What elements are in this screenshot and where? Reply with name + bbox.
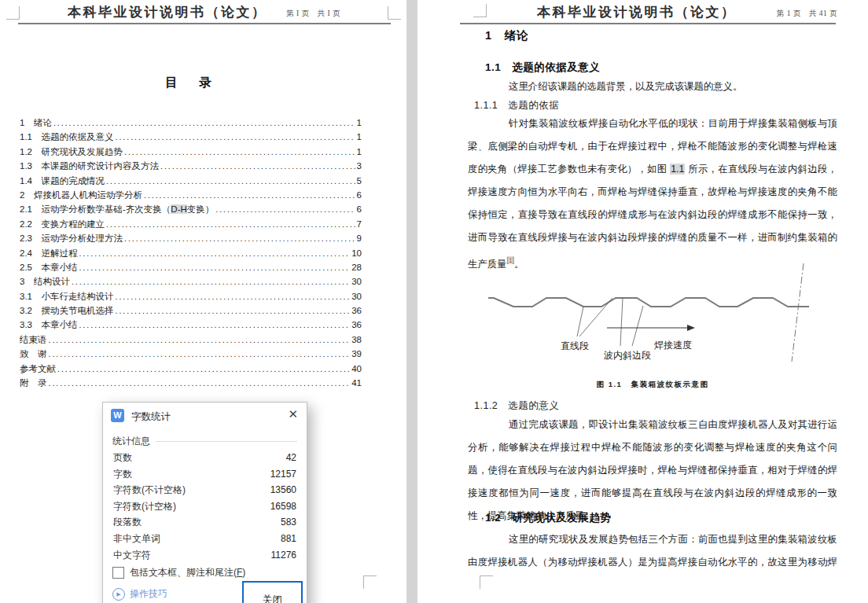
table-of-contents: 1 绪论 1 1.1 选题的依据及意义 1 1.2 研究现状及发展趋势 xyxy=(20,117,362,392)
toc-dot-leader xyxy=(106,219,355,229)
document-page-chapter1[interactable]: 本科毕业设计说明书（论文） 第 1 页 共 41 页 1 绪论 1.1 选题的依… xyxy=(417,0,868,603)
operation-tips-link[interactable]: ▶ 操作技巧 xyxy=(112,587,167,601)
toc-dot-leader xyxy=(116,132,355,142)
toc-dot-leader xyxy=(116,306,351,315)
toc-entry-page-number: 1 xyxy=(357,132,362,142)
heading-1-1: 1.1 选题的依据及意义 xyxy=(485,61,600,75)
statistic-value: 42 xyxy=(286,450,296,466)
statistic-label: 非中文单词 xyxy=(113,531,160,547)
toc-entry-label: 1 绪论 xyxy=(20,117,52,129)
toc-entry-field-highlight: D-H xyxy=(171,204,186,214)
toc-dot-leader xyxy=(106,176,355,186)
toc-entry[interactable]: 附 录 41 xyxy=(20,377,362,392)
toc-dot-leader xyxy=(49,335,351,344)
toc-entry[interactable]: 2.2 变换方程的建立 7 xyxy=(20,219,362,233)
figure-corrugated-panel[interactable]: 直线段 波内斜边段 焊接速度 xyxy=(480,261,842,379)
statistic-row: 字数 12157 xyxy=(113,466,296,483)
toc-dot-leader xyxy=(53,118,355,127)
toc-entry-page-number: 28 xyxy=(351,263,362,272)
toc-entry-page-number: 9 xyxy=(357,233,362,243)
toc-entry[interactable]: 2 焊接机器人机构运动学分析 6 xyxy=(20,189,362,204)
statistic-value: 881 xyxy=(281,531,296,547)
text-line: 这里的研究现状及发展趋势包括三个方面：前面也提到这里的集装箱波纹板三自 xyxy=(468,528,837,551)
text-boundary-mark xyxy=(473,4,487,17)
figure-label-welding-speed: 焊接速度 xyxy=(654,340,692,351)
text-line: 通过完成该课题，即设计出集装箱波纹板三自由度焊接机器人及对其进行运动学 xyxy=(468,414,837,436)
toc-dot-leader xyxy=(124,147,355,156)
toc-entry-label: 2.2 变换方程的建立 xyxy=(20,219,105,230)
page-header-page-number: 第 I 页 共 I 页 xyxy=(286,9,340,19)
statistic-label: 中文字符 xyxy=(113,547,151,564)
checkbox-label: 包括文本框、脚注和尾注( xyxy=(130,567,237,578)
text-line: 度的夹角（焊接工艺参数也未有变化），如图 1.1 所示，在直线段与在波内斜边段， xyxy=(468,158,837,181)
page-header-page-number: 第 1 页 共 41 页 xyxy=(777,9,837,19)
wps-writer-document-area: 本科毕业设计说明书（论文） 第 I 页 共 I 页 目 录 1 绪论 1 1.1… xyxy=(0,0,868,603)
statistic-row: 字符数(不计空格) 13560 xyxy=(113,482,296,498)
text-boundary-mark xyxy=(388,6,401,20)
toc-entry-label: 附 录 xyxy=(20,377,47,389)
toc-entry[interactable]: 1.4 课题的完成情况 5 xyxy=(20,175,362,189)
figure-label-slant-segment: 波内斜边段 xyxy=(604,350,651,361)
cross-reference-field: 1.1 xyxy=(670,164,685,175)
toc-entry[interactable]: 2.5 本章小结 28 xyxy=(20,262,362,276)
statistic-value: 11276 xyxy=(271,547,296,564)
toc-entry-page-number: 10 xyxy=(351,248,362,258)
toc-entry[interactable]: 2.4 逆解过程 10 xyxy=(20,248,362,262)
toc-entry[interactable]: 2.1 运动学分析数学基础-齐次变换（ D-H 变换） 6 xyxy=(20,204,362,218)
toc-title: 目 录 xyxy=(20,75,362,91)
toc-entry-page-number: 41 xyxy=(351,378,362,388)
play-icon: ▶ xyxy=(112,588,125,601)
toc-entry-label: 2.5 本章小结 xyxy=(20,262,78,274)
toc-entry-label: 2.3 运动学分析处理方法 xyxy=(20,233,123,245)
page-header-title: 本科毕业设计说明书（论文） xyxy=(537,3,737,21)
heading-1-1-2: 1.1.2 选题的意义 xyxy=(474,399,559,413)
toc-entry[interactable]: 1.3 本课题的研究设计内容及方法 3 xyxy=(20,160,362,175)
toc-entry-label: 1.1 选题的依据及意义 xyxy=(20,131,114,143)
toc-entry-page-number: 6 xyxy=(357,190,362,200)
toc-entry[interactable]: 1 绪论 1 xyxy=(20,117,362,131)
toc-dot-leader xyxy=(160,161,355,171)
leader-line xyxy=(579,298,612,336)
toc-entry[interactable]: 结束语 38 xyxy=(20,334,362,348)
toc-entry-page-number: 7 xyxy=(357,219,362,229)
toc-entry[interactable]: 3.1 小车行走结构设计 30 xyxy=(20,291,362,305)
toc-entry-label: 2 焊接机器人机构运动学分析 xyxy=(20,189,142,201)
figure-label-straight-segment: 直线段 xyxy=(561,340,589,351)
paragraph-basis: 针对集装箱波纹板焊接自动化水平低的现状：目前用于焊接集装箱侧板与顶侧 梁、底侧梁… xyxy=(468,112,837,272)
centerline-dash-dot xyxy=(792,263,804,362)
toc-entry-page-number: 38 xyxy=(351,335,362,344)
paragraph-intro: 这里介绍该课题的选题背景，以及完成该课题的意义。 xyxy=(468,80,837,94)
toc-entry-label: 参考文献 xyxy=(20,363,56,375)
toc-entry-page-number: 1 xyxy=(357,118,362,127)
toc-entry[interactable]: 致 谢 39 xyxy=(20,348,362,362)
toc-entry-label: 3.1 小车行走结构设计 xyxy=(20,291,114,303)
toc-dot-leader xyxy=(79,263,351,272)
toc-entry-page-number: 36 xyxy=(351,320,362,329)
toc-entry[interactable]: 3.2 摆动关节电机选择 36 xyxy=(20,305,362,319)
text-line: 接速度都恒为同一速度，进而能够提高在直线段与在波内斜边段的焊缝成形的一致 xyxy=(468,482,837,505)
toc-dot-leader xyxy=(79,248,351,258)
toc-entry[interactable]: 3 结构设计 30 xyxy=(20,276,362,290)
close-button[interactable]: 关闭 xyxy=(242,581,303,603)
corrugated-profile-line xyxy=(488,298,809,307)
text-boundary-mark xyxy=(480,575,493,589)
toc-dot-leader xyxy=(116,292,351,301)
dialog-titlebar[interactable]: W 字数统计 ✕ xyxy=(103,403,307,426)
include-textboxes-checkbox-row[interactable]: 包括文本框、脚注和尾注(F) xyxy=(112,566,245,579)
toc-entry[interactable]: 2.3 运动学分析处理方法 9 xyxy=(20,233,362,247)
leader-line xyxy=(632,306,643,346)
toc-entry[interactable]: 3.3 本章小结 36 xyxy=(20,319,362,333)
statistic-label: 字数 xyxy=(113,466,132,483)
toc-dot-leader xyxy=(79,320,351,329)
toc-dot-leader xyxy=(124,233,355,243)
toc-entry-label: 1.3 本课题的研究设计内容及方法 xyxy=(20,160,159,172)
wps-writer-icon: W xyxy=(111,409,124,422)
text-line: 焊接速度方向恒为水平向右，而焊枪与焊缝保持垂直，故焊枪与焊接速度的夹角不能 xyxy=(468,181,837,204)
close-icon[interactable]: ✕ xyxy=(288,408,298,421)
word-count-dialog: W 字数统计 ✕ 统计信息 页数 42 字数 12157 字符数 xyxy=(102,402,307,603)
toc-entry[interactable]: 1.2 研究现状及发展趋势 1 xyxy=(20,146,362,160)
toc-entry[interactable]: 参考文献 40 xyxy=(20,363,362,377)
toc-entry[interactable]: 1.1 选题的依据及意义 1 xyxy=(20,131,362,145)
checkbox-unchecked[interactable] xyxy=(112,567,124,579)
toc-dot-leader xyxy=(49,349,351,358)
